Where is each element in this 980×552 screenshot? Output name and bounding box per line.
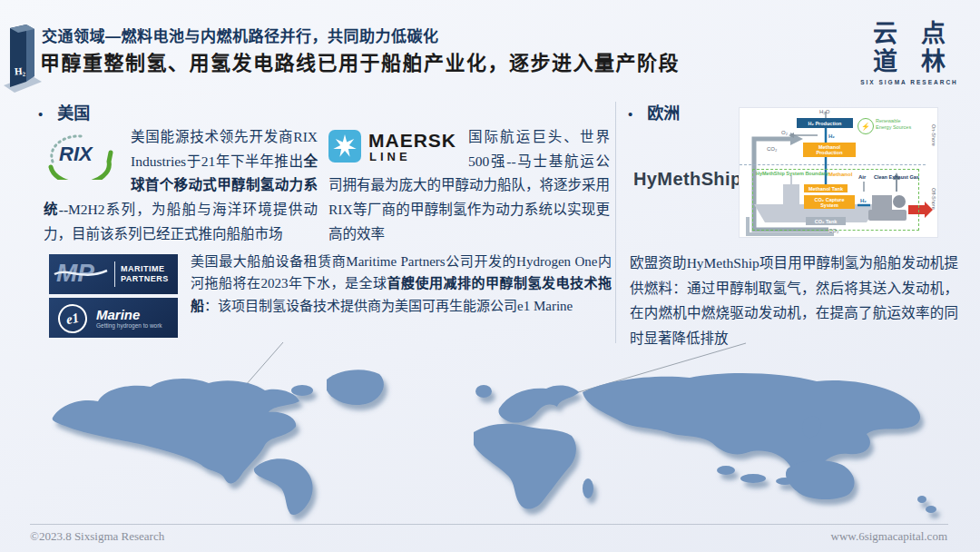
footer-copyright: ©2023.8 Sixsigma Research	[30, 529, 164, 544]
world-map	[0, 0, 980, 552]
continents	[53, 370, 936, 515]
footer-website: www.6sigmacapital.com	[831, 529, 947, 544]
footer-divider	[30, 524, 948, 525]
slide: H₂ 交通领域—燃料电池与内燃机路径并行，共同助力低碳化 甲醇重整制氢、用氢发电…	[0, 0, 980, 552]
